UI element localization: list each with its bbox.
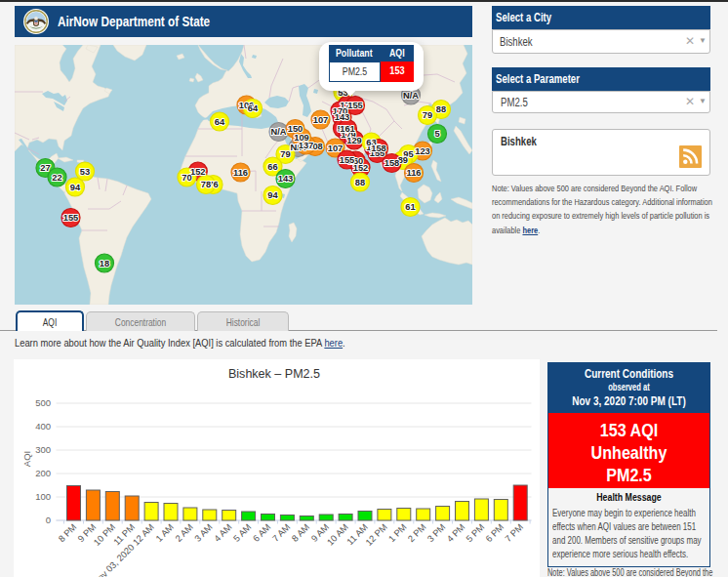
svg-text:107: 107 xyxy=(328,144,344,153)
svg-text:61: 61 xyxy=(405,202,415,212)
svg-text:158: 158 xyxy=(384,158,400,168)
svg-text:Bishkek – PM2.5: Bishkek – PM2.5 xyxy=(228,366,320,382)
svg-text:79: 79 xyxy=(423,110,432,120)
svg-text:155: 155 xyxy=(63,213,79,223)
svg-text:18: 18 xyxy=(100,259,109,268)
svg-text:155: 155 xyxy=(347,101,363,110)
svg-text:300: 300 xyxy=(35,444,51,455)
svg-text:0: 0 xyxy=(46,515,51,525)
svg-text:88: 88 xyxy=(436,104,446,114)
svg-text:143: 143 xyxy=(278,174,294,184)
svg-text:152: 152 xyxy=(353,163,369,173)
svg-text:400: 400 xyxy=(35,421,51,432)
svg-text:116: 116 xyxy=(233,168,248,178)
svg-text:158: 158 xyxy=(371,144,386,153)
svg-text:94: 94 xyxy=(70,183,81,192)
svg-text:129: 129 xyxy=(346,136,362,145)
svg-text:88: 88 xyxy=(355,178,365,187)
svg-text:161: 161 xyxy=(340,124,355,134)
svg-text:N/A: N/A xyxy=(270,127,286,137)
svg-text:143: 143 xyxy=(335,112,350,122)
svg-text:100: 100 xyxy=(35,491,51,502)
svg-text:200: 200 xyxy=(35,468,51,478)
svg-text:500: 500 xyxy=(35,397,51,408)
svg-text:64: 64 xyxy=(215,117,225,127)
svg-text:79: 79 xyxy=(280,149,290,159)
svg-text:27: 27 xyxy=(40,163,50,173)
svg-text:22: 22 xyxy=(52,173,61,183)
svg-text:64: 64 xyxy=(248,103,259,113)
svg-text:123: 123 xyxy=(415,146,430,156)
svg-text:53: 53 xyxy=(80,167,90,177)
svg-text:N/A: N/A xyxy=(403,91,419,101)
svg-text:5: 5 xyxy=(434,129,439,139)
svg-text:66: 66 xyxy=(267,162,277,172)
svg-text:78: 78 xyxy=(201,180,211,189)
svg-text:94: 94 xyxy=(267,190,278,200)
svg-text:AQI: AQI xyxy=(21,451,32,467)
svg-text:116: 116 xyxy=(407,168,422,178)
svg-text:152: 152 xyxy=(190,167,206,177)
svg-text:107: 107 xyxy=(313,115,329,125)
svg-text:70: 70 xyxy=(182,173,191,183)
svg-text:109: 109 xyxy=(294,133,309,143)
